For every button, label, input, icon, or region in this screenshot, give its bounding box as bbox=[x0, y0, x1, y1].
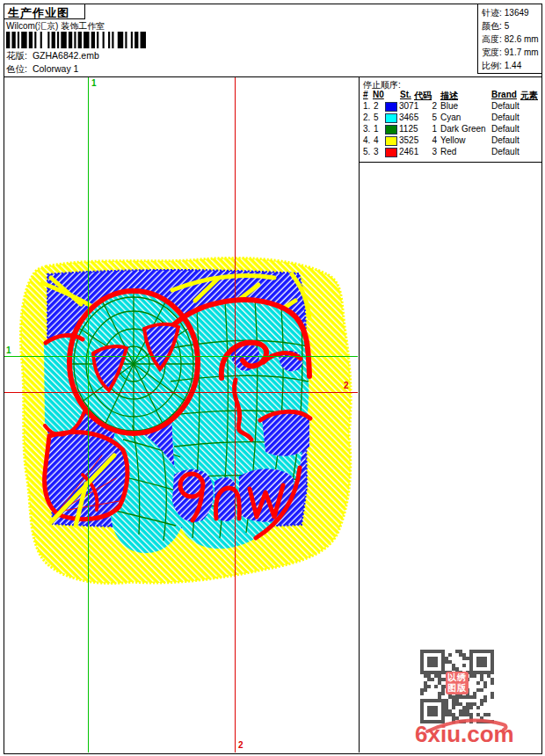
guide-vertical-2 bbox=[235, 77, 236, 752]
stop-needle: 5 bbox=[374, 113, 379, 122]
stop-brand: Default bbox=[491, 135, 520, 145]
stop-needle: 1 bbox=[374, 124, 379, 134]
stop-code: 3 bbox=[419, 147, 437, 156]
col-hash: # bbox=[363, 90, 368, 99]
colorway-row: 色位:Colorway 1 bbox=[6, 63, 78, 76]
guide-horizontal-1 bbox=[4, 356, 358, 357]
guide-label-v2: 2 bbox=[238, 741, 243, 750]
stop-row: 3.111251Dark GreenDefault bbox=[360, 124, 541, 135]
stop-stitches: 3525 bbox=[399, 135, 418, 145]
height-row: 高度:82.6 mm bbox=[482, 33, 541, 46]
colorway-label: 色位: bbox=[6, 63, 27, 74]
stop-row: 1.230712BlueDefault bbox=[360, 101, 541, 113]
col-st: St. bbox=[400, 90, 411, 99]
guide-vertical-1 bbox=[88, 77, 89, 752]
barcode bbox=[6, 32, 147, 48]
page-title: 生产作业图 bbox=[8, 5, 69, 21]
design-info-panel: 针迹:13649 颜色:5 高度:82.6 mm 宽度:91.7 mm 比例:1… bbox=[477, 4, 541, 74]
scale-row: 比例:1.44 bbox=[482, 59, 541, 72]
thread-swatch bbox=[385, 102, 397, 112]
stop-seq: 1. bbox=[363, 101, 370, 111]
stop-code: 5 bbox=[419, 113, 437, 122]
col-n0: N0 bbox=[373, 90, 384, 99]
stop-row: 2.534655CyanDefault bbox=[360, 113, 541, 124]
stop-stitches: 2461 bbox=[399, 147, 418, 156]
stop-brand: Default bbox=[491, 124, 520, 134]
col-code: 代码 bbox=[414, 90, 432, 102]
title-box: 生产作业图 bbox=[4, 4, 85, 19]
thread-swatch bbox=[385, 113, 397, 123]
stop-desc: Red bbox=[440, 147, 456, 156]
colors-row: 颜色:5 bbox=[482, 19, 541, 33]
guide-horizontal-2 bbox=[4, 392, 358, 393]
color-sequence-panel: 停止顺序: # N0 St. 代码 描述 Brand 元素 1.230712Bl… bbox=[360, 77, 541, 163]
stop-desc: Blue bbox=[440, 101, 458, 111]
stop-code: 4 bbox=[419, 135, 437, 145]
width-row: 宽度:91.7 mm bbox=[482, 46, 541, 59]
stop-brand: Default bbox=[491, 147, 520, 156]
stop-code: 1 bbox=[419, 124, 437, 134]
thread-swatch bbox=[385, 148, 397, 157]
stitches-row: 针迹:13649 bbox=[482, 6, 541, 19]
stop-stitches: 3465 bbox=[399, 113, 418, 122]
production-worksheet: 生产作业图 Wilcom(汇京) 装饰工作室 花版:GZHA6842.emb 色… bbox=[0, 0, 545, 756]
stop-seq: 3. bbox=[363, 124, 370, 134]
stop-seq: 2. bbox=[363, 113, 370, 122]
site-watermark: 6xiu.com bbox=[415, 721, 514, 748]
guide-label-h2: 2 bbox=[344, 382, 349, 390]
stop-desc: Yellow bbox=[440, 135, 466, 145]
stop-seq: 5. bbox=[363, 147, 370, 156]
stop-seq: 4. bbox=[363, 135, 370, 145]
stop-desc: Dark Green bbox=[440, 124, 486, 134]
stop-brand: Default bbox=[491, 113, 520, 122]
stop-desc: Cyan bbox=[440, 113, 461, 122]
stop-code: 2 bbox=[419, 101, 437, 111]
thread-swatch bbox=[385, 125, 397, 134]
company-name: Wilcom(汇京) 装饰工作室 bbox=[6, 20, 105, 33]
seal-stamp: 以绣图版 bbox=[446, 672, 469, 694]
stop-row: 4.435254YellowDefault bbox=[360, 135, 541, 147]
stop-stitches: 1125 bbox=[399, 124, 418, 134]
stop-stitches: 3071 bbox=[399, 101, 418, 111]
guide-label-v1: 1 bbox=[91, 79, 97, 88]
stop-needle: 2 bbox=[374, 101, 379, 111]
col-brand: Brand bbox=[491, 90, 517, 99]
thread-swatch bbox=[385, 136, 397, 146]
col-desc: 描述 bbox=[440, 90, 458, 102]
stop-needle: 4 bbox=[374, 135, 379, 145]
pattern-file-value: GZHA6842.emb bbox=[33, 50, 99, 61]
vertical-divider bbox=[359, 76, 360, 752]
guide-label-h1: 1 bbox=[6, 346, 11, 355]
pattern-file-label: 花版: bbox=[6, 50, 27, 61]
stop-brand: Default bbox=[491, 101, 520, 111]
stop-row: 5.324613RedDefault bbox=[360, 147, 541, 158]
colorway-value: Colorway 1 bbox=[33, 63, 79, 74]
pattern-file-row: 花版:GZHA6842.emb bbox=[6, 50, 99, 62]
stop-needle: 3 bbox=[374, 147, 379, 156]
col-elem: 元素 bbox=[520, 90, 538, 102]
